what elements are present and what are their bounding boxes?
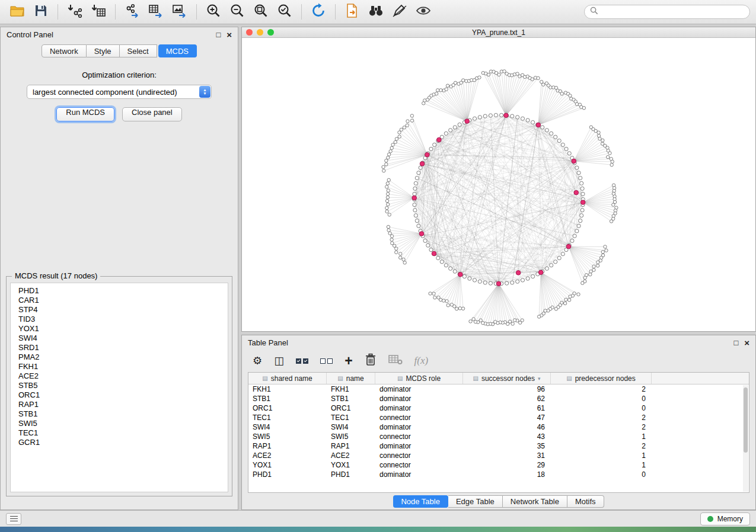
mcds-result-item[interactable]: PHD1 [18,286,228,296]
export-image-button[interactable] [168,2,191,22]
export-network-button[interactable] [121,2,143,22]
mcds-result-item[interactable]: TEC1 [18,428,228,438]
export-table-icon [148,4,164,20]
open-file-button[interactable] [6,2,28,22]
task-history-button[interactable] [6,513,21,525]
zoom-selected-button[interactable] [273,2,296,22]
table-cell [652,441,749,451]
table-cell: dominator [375,384,463,394]
find-button[interactable] [365,2,387,22]
mcds-result-item[interactable]: STB5 [18,381,228,390]
float-panel-icon[interactable]: □ [216,31,221,39]
save-session-button[interactable] [30,2,52,22]
tab-motifs[interactable]: Motifs [567,495,604,508]
global-search-field[interactable] [584,5,750,19]
tab-mcds[interactable]: MCDS [158,44,197,57]
table-settings-button[interactable]: ⚙ [253,354,262,367]
mcds-result-item[interactable]: STP4 [18,305,228,315]
table-header-row: ▤ shared name ▤ name ▤ MCDS role ▤ [248,373,749,384]
delete-table-button[interactable] [388,354,403,368]
import-network-icon [67,4,82,20]
tab-edge-table[interactable]: Edge Table [448,495,503,508]
table-row[interactable]: SWI4SWI4dominator462 [248,422,749,432]
select-all-rows-button[interactable] [296,358,308,364]
column-header-name[interactable]: ▤ name [327,373,375,384]
table-row[interactable]: TEC1TEC1connector472 [248,413,749,422]
network-window-title: YPA_prune.txt_1 [242,28,755,37]
table-cell: SWI4 [248,422,327,432]
table-toolbar: ⚙ ◫ + f(x) [242,350,755,372]
annotation-button[interactable] [388,2,411,22]
close-panel-icon[interactable]: × [744,338,749,347]
table-scrollbar[interactable] [743,385,748,492]
zoom-in-button[interactable] [202,2,225,22]
share-document-button[interactable] [341,2,363,22]
scrollbar-thumb[interactable] [744,387,748,453]
table-cell: YOX1 [327,460,375,470]
close-window-icon[interactable] [246,29,253,36]
mcds-result-item[interactable]: TID3 [18,315,228,324]
mcds-result-item[interactable]: ORC1 [18,390,228,400]
add-column-button[interactable]: + [344,353,352,369]
refresh-view-button[interactable] [307,2,330,22]
function-builder-button[interactable]: f(x) [414,355,429,367]
close-panel-icon[interactable]: × [227,30,232,39]
network-canvas[interactable] [242,38,755,331]
column-header-successor-nodes[interactable]: ▤ successor nodes ▾ [463,373,551,384]
mcds-result-item[interactable]: ACE2 [18,371,228,381]
show-hide-button[interactable] [412,2,435,22]
close-panel-button[interactable]: Close panel [122,107,182,121]
import-table-button[interactable] [87,2,110,22]
tab-style[interactable]: Style [87,44,120,57]
table-row[interactable]: SWI5SWI5connector431 [248,432,749,441]
mcds-result-item[interactable]: SWI4 [18,334,228,343]
table-row[interactable]: RAP1RAP1dominator352 [248,441,749,451]
column-header-predecessor-nodes[interactable]: ▤ predecessor nodes [551,373,652,384]
deselect-all-rows-button[interactable] [320,358,333,364]
tab-node-table[interactable]: Node Table [393,495,448,508]
import-network-button[interactable] [63,2,86,22]
table-row[interactable]: FKH1FKH1dominator962 [248,384,749,394]
menu-icon [10,516,18,517]
tab-select[interactable]: Select [120,44,157,57]
mcds-result-list[interactable]: PHD1CAR1STP4TID3YOX1SWI4SRD1PMA2FKH1ACE2… [10,283,228,492]
mcds-result-item[interactable]: SWI5 [18,419,228,428]
mcds-result-item[interactable]: PMA2 [18,352,228,362]
delete-column-button[interactable] [365,353,377,369]
float-panel-icon[interactable]: □ [733,339,738,347]
table-cell: RAP1 [248,441,327,451]
mcds-result-item[interactable]: GCR1 [18,438,228,447]
column-visibility-button[interactable]: ◫ [274,354,284,367]
mcds-result-item[interactable]: FKH1 [18,362,228,371]
minimize-window-icon[interactable] [257,29,263,36]
mcds-result-item[interactable]: SRD1 [18,343,228,352]
search-input[interactable] [602,8,744,16]
zoom-out-button[interactable] [226,2,248,22]
mcds-result-item[interactable]: RAP1 [18,400,228,409]
table-row[interactable]: STB1STB1dominator620 [248,394,749,403]
run-mcds-button[interactable]: Run MCDS [56,107,114,121]
mcds-result-item[interactable]: YOX1 [18,324,228,334]
tab-network-table[interactable]: Network Table [503,495,567,508]
column-header-shared-name[interactable]: ▤ shared name [248,373,327,384]
table-row[interactable]: PHD1PHD1dominator180 [248,470,749,479]
table-cell: dominator [375,422,463,432]
mcds-result-item[interactable]: CAR1 [18,296,228,305]
mcds-result-item[interactable]: STB1 [18,409,228,419]
criterion-dropdown[interactable]: largest connected component (undirected)… [27,85,212,99]
dropdown-arrows-icon: ▲▼ [199,86,210,98]
table-row[interactable]: ACE2ACE2connector311 [248,451,749,460]
table-row[interactable]: YOX1YOX1connector291 [248,460,749,470]
control-panel-title: Control Panel [7,30,53,39]
column-type-icon: ▤ [262,375,267,382]
table-cell: 0 [551,394,652,403]
network-window-titlebar[interactable]: YPA_prune.txt_1 [242,27,755,38]
table-cell: 47 [463,413,551,422]
column-header-mcds-role[interactable]: ▤ MCDS role [375,373,463,384]
export-table-button[interactable] [145,2,167,22]
table-row[interactable]: ORC1ORC1dominator610 [248,403,749,413]
memory-button[interactable]: Memory [700,512,750,525]
tab-network[interactable]: Network [42,44,87,57]
maximize-window-icon[interactable] [267,29,274,36]
zoom-fit-button[interactable] [250,2,272,22]
